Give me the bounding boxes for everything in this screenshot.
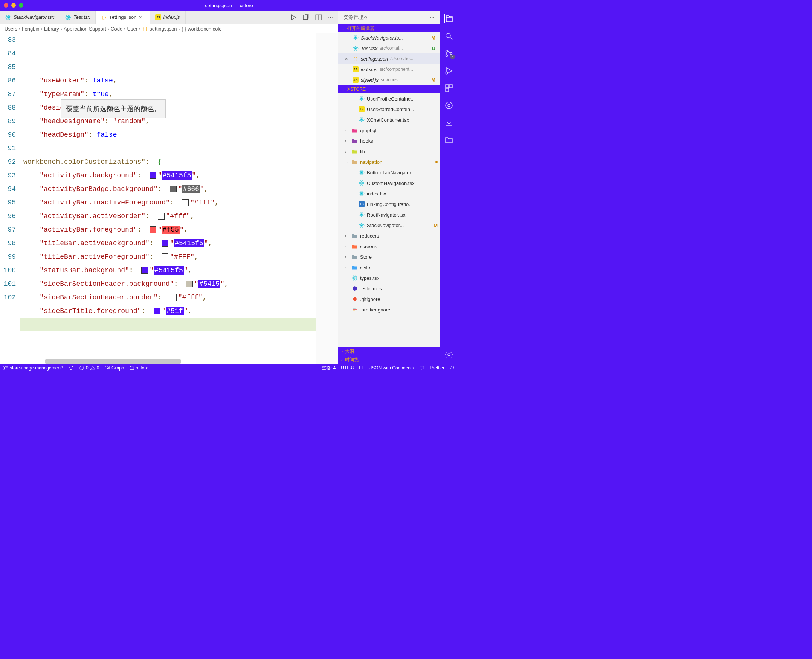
gitlens-icon[interactable] [445, 101, 454, 110]
folder-item[interactable]: ⌄navigation [338, 157, 440, 167]
breadcrumb-item[interactable]: User [127, 26, 137, 32]
notifications-icon[interactable] [450, 365, 455, 370]
file-item[interactable]: .prettierignore [338, 304, 440, 315]
open-editor-item[interactable]: JSindex.js src/component... [338, 64, 440, 74]
open-editors-header[interactable]: ⌄ 打开的编辑器 [338, 24, 440, 32]
code-line[interactable]: "sideBarSectionHeader.border": "#fff", [20, 291, 338, 304]
file-item[interactable]: RootNavigator.tsx [338, 210, 440, 220]
horizontal-scrollbar[interactable] [45, 359, 181, 364]
breadcrumb-item[interactable]: Code [111, 26, 122, 32]
run-debug-icon[interactable] [445, 66, 454, 75]
breadcrumb-item[interactable]: Application Support [64, 26, 106, 32]
folder-item[interactable]: ›screens [338, 241, 440, 252]
code-line[interactable]: workbench.colorCustomizations": { [20, 155, 338, 169]
code-line[interactable]: "typeParam": true, [20, 87, 338, 101]
code-line[interactable] [20, 331, 338, 345]
eol[interactable]: LF [359, 365, 364, 370]
indentation[interactable]: 空格: 4 [322, 365, 336, 371]
code-line[interactable]: "headDesign": false [20, 128, 338, 142]
window-minimize-button[interactable] [11, 3, 16, 8]
folder-item[interactable]: ›graphql [338, 125, 440, 136]
file-item[interactable]: .gitignore [338, 294, 440, 304]
git-branch[interactable]: store-image-management* [3, 365, 63, 370]
folder-item[interactable]: ›lib [338, 146, 440, 157]
file-item[interactable]: index.tsx [338, 188, 440, 199]
code-line[interactable]: "titleBar.activeForeground": "#FFF", [20, 250, 338, 263]
code-line[interactable]: "statusBar.background": "#5415f5", [20, 263, 338, 277]
window-close-button[interactable] [4, 3, 8, 8]
explorer-icon[interactable] [444, 14, 454, 24]
editor-tab[interactable]: StackNavigator.tsx [0, 11, 60, 24]
project-header[interactable]: ⌄ XSTORE [338, 85, 440, 93]
folder-item[interactable]: ›reducers [338, 230, 440, 241]
file-item[interactable]: TSLinkingConfiguratio... [338, 199, 440, 210]
code-line[interactable]: "sideBarSectionHeader.background": "#541… [20, 277, 338, 291]
close-icon[interactable]: × [345, 56, 350, 62]
open-editor-item[interactable]: ×{ }settings.json /Users/ho... [338, 54, 440, 64]
ts-icon: TS [358, 201, 364, 207]
folder-item[interactable]: ›style [338, 262, 440, 273]
code-editor[interactable]: 8384858687888990919293949596979899100101… [0, 33, 338, 364]
code-line[interactable]: "sideBarTitle.foreground": "#51f", [20, 304, 338, 318]
outline-header[interactable]: › 大纲 [338, 347, 440, 355]
more-actions-icon[interactable]: ⋯ [328, 14, 333, 20]
file-item[interactable]: CustomNavigation.tsx [338, 178, 440, 188]
breadcrumb-item[interactable]: hongbin [22, 26, 39, 32]
file-item[interactable]: StackNavigator...M [338, 220, 440, 230]
timeline-header[interactable]: › 时间线 [338, 355, 440, 364]
encoding[interactable]: UTF-8 [341, 365, 354, 370]
prettier-status[interactable]: Prettier [430, 365, 445, 370]
code-content[interactable]: 覆盖当前所选颜色主题的颜色。 "useWorker": false, "type… [20, 33, 338, 364]
sync-icon[interactable] [69, 365, 74, 370]
breadcrumb-item[interactable]: settings.json [150, 26, 177, 32]
run-icon[interactable] [290, 14, 296, 21]
settings-gear-icon[interactable] [445, 350, 454, 359]
more-actions-icon[interactable]: ⋯ [430, 15, 435, 20]
open-editor-item[interactable]: StackNavigator.ts...M [338, 32, 440, 43]
folder-item[interactable]: ›hooks [338, 136, 440, 146]
code-line[interactable] [20, 142, 338, 155]
folder-icon[interactable] [445, 136, 454, 145]
tab-label: index.js [164, 14, 180, 20]
code-line[interactable]: "useWorker": false, [20, 74, 338, 87]
json-icon: { } [101, 14, 107, 20]
editor-tab[interactable]: Test.tsx [60, 11, 96, 24]
file-item[interactable]: BottomTabNavigator... [338, 167, 440, 178]
code-line[interactable] [20, 318, 338, 331]
minimap[interactable] [315, 33, 338, 364]
breadcrumb-item[interactable]: Library [44, 26, 59, 32]
split-editor-icon[interactable] [315, 14, 322, 21]
close-icon[interactable]: × [139, 14, 144, 20]
feedback-icon[interactable] [419, 365, 424, 370]
extensions-icon[interactable] [445, 84, 454, 93]
language-mode[interactable]: JSON with Comments [369, 365, 414, 370]
folder-status[interactable]: xstore [129, 365, 148, 370]
breadcrumb[interactable]: Users›hongbin›Library›Application Suppor… [0, 24, 338, 33]
code-line[interactable]: "activityBar.inactiveForeground": "#fff"… [20, 196, 338, 210]
open-changes-icon[interactable] [303, 14, 309, 21]
breadcrumb-item[interactable]: workbench.colo [188, 26, 221, 32]
file-item[interactable]: .eslintrc.js [338, 283, 440, 294]
problems[interactable]: 0 0 [79, 365, 99, 370]
file-item[interactable]: types.tsx [338, 273, 440, 283]
file-item[interactable]: XChatContainer.tsx [338, 115, 440, 125]
code-line[interactable]: "activityBar.background": "#5415f5", [20, 169, 338, 182]
search-icon[interactable] [445, 32, 454, 41]
folder-item[interactable]: ›Store [338, 252, 440, 262]
code-line[interactable]: "activityBarBadge.background": "#666", [20, 182, 338, 196]
open-editor-item[interactable]: JSstyled.js src/const...M [338, 74, 440, 85]
git-graph[interactable]: Git Graph [104, 365, 124, 370]
svg-point-11 [355, 37, 356, 38]
open-editor-item[interactable]: Test.tsx src/contai...U [338, 43, 440, 54]
editor-tab[interactable]: JSindex.js [150, 11, 186, 24]
source-control-icon[interactable]: 3 [445, 49, 454, 58]
breadcrumb-item[interactable]: Users [5, 26, 17, 32]
window-maximize-button[interactable] [19, 3, 24, 8]
file-item[interactable]: UserProfileContaine... [338, 93, 440, 104]
editor-tab[interactable]: { }settings.json× [96, 11, 150, 24]
code-line[interactable]: "activityBar.activeBorder": "#fff", [20, 210, 338, 223]
import-icon[interactable] [445, 118, 454, 127]
code-line[interactable]: "activityBar.foreground": "#f55", [20, 223, 338, 236]
file-item[interactable]: JSUserStarredContain... [338, 104, 440, 115]
code-line[interactable]: "titleBar.activeBackground": "#5415f5", [20, 236, 338, 250]
